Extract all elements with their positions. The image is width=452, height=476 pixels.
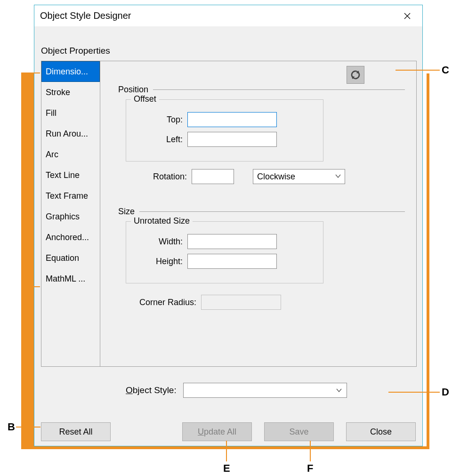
dialog-title: Object Style Designer [40,10,398,21]
unrotated-legend: Unrotated Size [131,216,193,226]
left-label: Left: [136,135,183,145]
tab-equation[interactable]: Equation [41,248,100,268]
tab-anchored[interactable]: Anchored... [41,227,100,248]
callout-d: D [442,386,449,398]
callout-c: C [442,64,449,76]
chevron-down-icon [335,173,341,179]
chevron-down-icon [336,387,342,393]
object-style-select[interactable] [183,383,347,398]
tab-mathml[interactable]: MathML ... [41,268,100,289]
rotation-label: Rotation: [126,172,187,182]
category-tabs: Dimensio... Stroke Fill Run Arou... Arc … [41,61,100,366]
height-input[interactable] [187,254,277,269]
rotation-direction-value: Clockwise [257,172,295,182]
tab-fill[interactable]: Fill [41,103,100,123]
object-style-row: Object Style: [126,383,347,398]
titlebar: Object Style Designer [34,5,422,27]
rotation-row: Rotation: Clockwise [126,169,405,184]
offset-fieldset: Offset Top: Left: [126,99,323,161]
tab-graphics[interactable]: Graphics [41,206,100,227]
corner-radius-label: Corner Radius: [126,298,196,307]
callout-b: B [8,421,15,433]
height-label: Height: [136,257,183,266]
top-input[interactable] [187,112,277,127]
update-all-button[interactable]: Update All [182,422,252,441]
top-label: Top: [136,115,183,125]
width-label: Width: [136,237,183,247]
rotation-direction-select[interactable]: Clockwise [253,169,345,184]
corner-radius-row: Corner Radius: [126,295,405,310]
dialog-buttons: Reset All Update All Save Close [41,422,416,441]
close-icon[interactable] [398,7,417,25]
object-properties-label: Object Properties [41,46,110,56]
tab-run-around[interactable]: Run Arou... [41,123,100,144]
tab-stroke[interactable]: Stroke [41,82,100,103]
width-input[interactable] [187,234,277,249]
reset-all-button[interactable]: Reset All [41,422,111,441]
tab-dimension[interactable]: Dimensio... [41,61,100,82]
tab-arc[interactable]: Arc [41,144,100,165]
refresh-icon[interactable] [347,66,364,84]
tab-text-frame[interactable]: Text Frame [41,186,100,206]
dimension-content: Position Offset Top: Left: Rotation: Cl [100,61,416,366]
offset-legend: Offset [131,94,159,104]
rotation-input[interactable] [192,169,234,184]
object-style-label: Object Style: [126,385,177,395]
corner-radius-input [201,295,281,310]
position-group-header: Position [118,85,405,95]
close-button[interactable]: Close [346,422,416,441]
save-button[interactable]: Save [264,422,334,441]
unrotated-size-fieldset: Unrotated Size Width: Height: [126,221,323,283]
properties-panel: Dimensio... Stroke Fill Run Arou... Arc … [41,61,417,367]
callout-e: E [223,462,230,475]
left-input[interactable] [187,132,277,147]
tab-text-line[interactable]: Text Line [41,165,100,186]
size-group-header: Size [118,207,405,217]
callout-f: F [307,462,313,475]
object-style-designer-dialog: Object Style Designer Object Properties … [34,5,423,446]
